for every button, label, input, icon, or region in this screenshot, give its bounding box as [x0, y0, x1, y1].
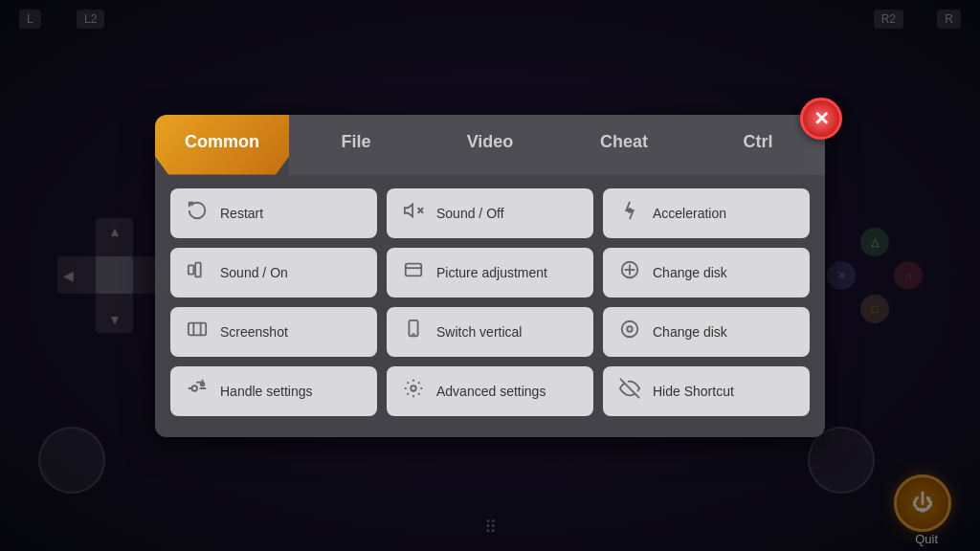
- tab-common[interactable]: Common: [155, 115, 289, 175]
- svg-rect-6: [406, 263, 422, 276]
- button-grid: RestartSound / OffAccelerationSound / On…: [155, 175, 825, 422]
- restart-label: Restart: [220, 206, 263, 221]
- close-button[interactable]: ✕: [800, 98, 842, 140]
- hide-shortcut-icon: [616, 378, 643, 405]
- svg-rect-5: [195, 262, 201, 276]
- settings-modal: ✕ CommonFileVideoCheatCtrl RestartSound …: [155, 115, 825, 437]
- switch-vertical-icon: [400, 319, 427, 345]
- grid-button-switch-vertical[interactable]: Switch vertical: [387, 307, 593, 357]
- acceleration-label: Acceleration: [653, 206, 726, 221]
- picture-adjustment-icon: [400, 259, 427, 286]
- grid-button-hide-shortcut[interactable]: Hide Shortcut: [603, 366, 810, 416]
- svg-point-3: [628, 209, 632, 212]
- svg-point-17: [627, 326, 633, 332]
- change-disk-2-icon: [616, 319, 643, 345]
- restart-icon: [184, 200, 211, 227]
- sound-off-icon: [400, 200, 427, 227]
- grid-button-sound-off[interactable]: Sound / Off: [387, 188, 593, 238]
- grid-button-picture-adjustment[interactable]: Picture adjustment: [387, 248, 593, 298]
- close-icon: ✕: [813, 107, 830, 130]
- screenshot-label: Screenshot: [220, 324, 288, 340]
- grid-button-change-disk-2[interactable]: Change disk: [603, 307, 810, 357]
- acceleration-icon: [616, 200, 643, 227]
- grid-button-acceleration[interactable]: Acceleration: [603, 188, 810, 238]
- picture-adjustment-label: Picture adjustment: [436, 265, 547, 280]
- grid-button-sound-on[interactable]: Sound / On: [170, 248, 377, 298]
- svg-rect-11: [189, 322, 206, 335]
- grid-button-restart[interactable]: Restart: [170, 188, 377, 238]
- grid-button-change-disk-1[interactable]: Change disk: [603, 248, 810, 298]
- change-disk-1-label: Change disk: [653, 265, 727, 280]
- sound-on-label: Sound / On: [220, 265, 288, 280]
- svg-marker-0: [405, 204, 412, 216]
- change-disk-1-icon: [616, 259, 643, 286]
- sound-off-label: Sound / Off: [436, 206, 504, 221]
- tab-video[interactable]: Video: [423, 115, 557, 175]
- svg-point-16: [622, 320, 638, 337]
- handle-settings-icon: [184, 378, 211, 405]
- tab-bar: CommonFileVideoCheatCtrl: [155, 115, 825, 175]
- switch-vertical-label: Switch vertical: [436, 324, 522, 340]
- hide-shortcut-label: Hide Shortcut: [653, 384, 734, 399]
- advanced-settings-icon: [400, 378, 427, 405]
- grid-button-handle-settings[interactable]: Handle settings: [170, 366, 377, 416]
- screenshot-icon: [184, 319, 211, 345]
- svg-point-19: [411, 386, 416, 391]
- advanced-settings-label: Advanced settings: [436, 384, 546, 399]
- change-disk-2-label: Change disk: [653, 324, 727, 340]
- handle-settings-label: Handle settings: [220, 384, 313, 399]
- tab-file[interactable]: File: [289, 115, 423, 175]
- grid-button-advanced-settings[interactable]: Advanced settings: [387, 366, 593, 416]
- svg-rect-4: [189, 265, 194, 274]
- sound-on-icon: [184, 259, 211, 286]
- tab-cheat[interactable]: Cheat: [557, 115, 691, 175]
- modal-overlay: ✕ CommonFileVideoCheatCtrl RestartSound …: [0, 0, 980, 551]
- grid-button-screenshot[interactable]: Screenshot: [170, 307, 377, 357]
